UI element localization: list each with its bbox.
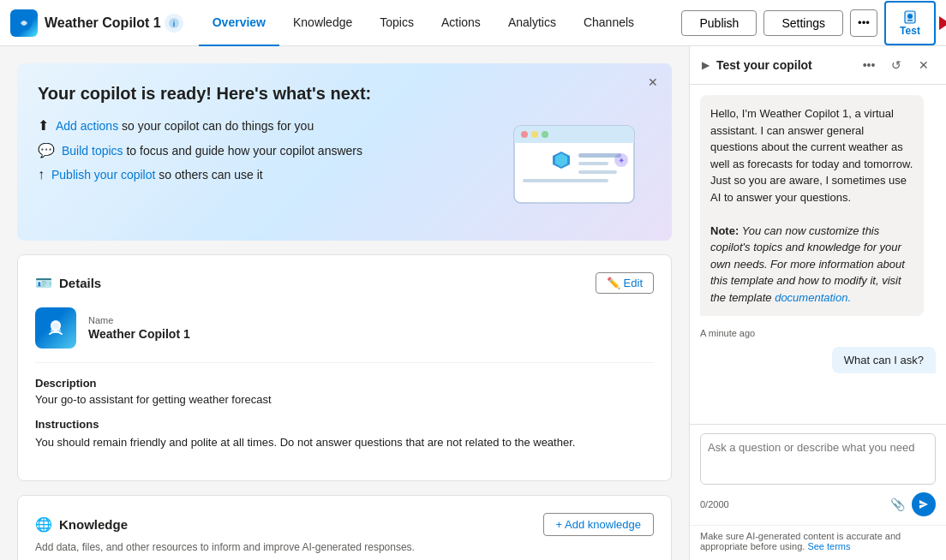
svg-point-12 bbox=[542, 131, 548, 138]
svg-point-10 bbox=[521, 131, 528, 138]
test-button[interactable]: Test bbox=[884, 1, 936, 45]
publish-copilot-link[interactable]: Publish your copilot bbox=[51, 168, 155, 182]
hero-link-publish: ↑ Publish your copilot so others can use… bbox=[38, 167, 497, 182]
knowledge-card-header: 🌐 Knowledge + Add knowledge bbox=[35, 513, 654, 536]
app-title: Weather Copilot 1 bbox=[45, 15, 161, 31]
edit-button[interactable]: ✏️ Edit bbox=[596, 272, 654, 294]
edit-icon: ✏️ bbox=[607, 277, 620, 289]
knowledge-title-row: 🌐 Knowledge bbox=[35, 516, 128, 533]
svg-point-11 bbox=[531, 131, 538, 138]
test-arrow bbox=[939, 16, 946, 30]
chat-area: Hello, I'm Weather Copilot 1, a virtual … bbox=[690, 85, 946, 424]
app-logo bbox=[10, 9, 38, 37]
copilot-badge[interactable]: i bbox=[165, 14, 183, 33]
main-content: ✕ Your copilot is ready! Here's what's n… bbox=[0, 46, 689, 560]
hero-link-actions: ⬆ Add actions so your copilot can do thi… bbox=[38, 117, 497, 134]
chat-timestamp: A minute ago bbox=[700, 328, 936, 338]
description-value: Your go-to assistant for getting weather… bbox=[35, 393, 654, 406]
nav-tabs: Overview Knowledge Topics Actions Analyt… bbox=[199, 0, 682, 46]
ellipsis-icon: ••• bbox=[858, 16, 870, 29]
hero-title: Your copilot is ready! Here's what's nex… bbox=[38, 84, 651, 104]
add-knowledge-button[interactable]: + Add knowledge bbox=[543, 513, 654, 536]
svg-rect-9 bbox=[514, 136, 634, 143]
user-message-wrap: What can I ask? bbox=[700, 347, 936, 373]
svg-text:✦: ✦ bbox=[618, 156, 625, 165]
instructions-value: You should remain friendly and polite at… bbox=[35, 434, 654, 451]
panel-header: ▶ Test your copilot ••• ↺ ✕ bbox=[690, 46, 946, 85]
chat-input-area: 0/2000 📎 bbox=[690, 424, 946, 525]
test-panel: ▶ Test your copilot ••• ↺ ✕ Hello, I'm W… bbox=[689, 46, 946, 560]
hero-link-topics: 💬 Build topics to focus and guide how yo… bbox=[38, 142, 497, 158]
test-label: Test bbox=[900, 25, 920, 37]
hero-close-button[interactable]: ✕ bbox=[643, 72, 663, 92]
tab-overview[interactable]: Overview bbox=[199, 0, 279, 46]
svg-rect-17 bbox=[578, 170, 617, 174]
bot-message-text: Hello, I'm Weather Copilot 1, a virtual … bbox=[710, 107, 913, 204]
panel-header-actions: ••• ↺ ✕ bbox=[859, 55, 934, 75]
add-actions-link[interactable]: Add actions bbox=[56, 119, 118, 133]
chat-input-icons: 📎 bbox=[890, 492, 936, 516]
tab-actions[interactable]: Actions bbox=[428, 0, 494, 46]
nav-actions: Publish Settings ••• Test bbox=[681, 1, 936, 45]
user-message-bubble: What can I ask? bbox=[832, 347, 936, 373]
details-icon: 🪪 bbox=[35, 275, 52, 291]
details-title: Details bbox=[59, 276, 101, 290]
tab-channels[interactable]: Channels bbox=[570, 0, 648, 46]
knowledge-card: 🌐 Knowledge + Add knowledge Add data, fi… bbox=[17, 495, 672, 561]
main-layout: ✕ Your copilot is ready! Here's what's n… bbox=[0, 46, 946, 560]
svg-rect-15 bbox=[578, 153, 621, 158]
build-topics-link[interactable]: Build topics bbox=[62, 144, 123, 158]
tab-knowledge[interactable]: Knowledge bbox=[279, 0, 366, 46]
svg-rect-16 bbox=[578, 162, 608, 165]
hero-body: ⬆ Add actions so your copilot can do thi… bbox=[38, 117, 651, 220]
svg-text:i: i bbox=[172, 20, 175, 28]
actions-icon: ⬆ bbox=[38, 117, 49, 134]
svg-point-5 bbox=[907, 14, 913, 19]
svg-rect-18 bbox=[523, 179, 608, 182]
bot-info: Name Weather Copilot 1 bbox=[35, 307, 654, 363]
bot-name-info: Name Weather Copilot 1 bbox=[88, 315, 190, 341]
details-card-header: 🪪 Details ✏️ Edit bbox=[35, 272, 654, 294]
tab-analytics[interactable]: Analytics bbox=[494, 0, 570, 46]
chat-input[interactable] bbox=[700, 433, 936, 485]
details-title-row: 🪪 Details bbox=[35, 275, 101, 291]
hero-card: ✕ Your copilot is ready! Here's what's n… bbox=[17, 63, 672, 241]
top-navigation: Weather Copilot 1 i Overview Knowledge T… bbox=[0, 0, 946, 46]
tab-topics[interactable]: Topics bbox=[366, 0, 428, 46]
bot-message-bubble: Hello, I'm Weather Copilot 1, a virtual … bbox=[700, 95, 924, 316]
more-options-button[interactable]: ••• bbox=[850, 9, 877, 37]
details-card: 🪪 Details ✏️ Edit bbox=[17, 254, 672, 481]
send-icon bbox=[918, 498, 930, 510]
panel-more-button[interactable]: ••• bbox=[859, 55, 879, 75]
knowledge-title: Knowledge bbox=[59, 517, 128, 532]
instructions-label: Instructions bbox=[35, 418, 654, 431]
panel-close-button[interactable]: ✕ bbox=[913, 55, 934, 75]
panel-refresh-button[interactable]: ↺ bbox=[886, 55, 907, 75]
attachment-icon[interactable]: 📎 bbox=[890, 497, 905, 511]
char-count: 0/2000 bbox=[700, 499, 729, 509]
svg-rect-6 bbox=[907, 20, 913, 21]
panel-footer-note: Make sure AI-generated content is accura… bbox=[690, 525, 946, 560]
test-icon bbox=[902, 9, 918, 25]
topics-icon: 💬 bbox=[38, 142, 55, 158]
description-label: Description bbox=[35, 377, 654, 390]
panel-title: Test your copilot bbox=[716, 58, 852, 72]
send-button[interactable] bbox=[912, 492, 936, 516]
publish-button[interactable]: Publish bbox=[681, 10, 757, 36]
hero-illustration: ✦ bbox=[497, 117, 651, 220]
documentation-link[interactable]: documentation. bbox=[775, 291, 851, 304]
bot-avatar bbox=[35, 307, 76, 349]
hero-links: ⬆ Add actions so your copilot can do thi… bbox=[38, 117, 497, 191]
bot-note-bold: Note: bbox=[710, 224, 739, 237]
knowledge-icon: 🌐 bbox=[35, 516, 52, 533]
chat-input-footer: 0/2000 📎 bbox=[700, 492, 936, 516]
panel-expand-icon: ▶ bbox=[702, 59, 710, 71]
settings-button[interactable]: Settings bbox=[763, 10, 843, 36]
knowledge-subtitle: Add data, files, and other resources to … bbox=[35, 541, 654, 553]
publish-icon: ↑ bbox=[38, 167, 45, 182]
see-terms-link[interactable]: See terms bbox=[807, 541, 850, 551]
